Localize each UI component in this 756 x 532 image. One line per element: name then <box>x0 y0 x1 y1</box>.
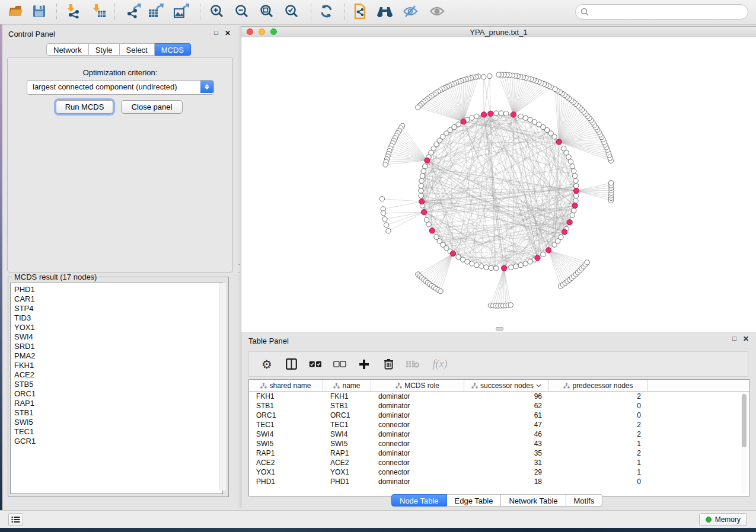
mcds-hub-node[interactable] <box>546 248 551 253</box>
mcds-result-item[interactable]: TID3 <box>14 313 222 323</box>
mcds-hub-node[interactable] <box>567 220 572 225</box>
import-table-button[interactable] <box>88 2 109 22</box>
mcds-hub-node[interactable] <box>572 203 578 208</box>
mcds-hub-node[interactable] <box>488 111 493 116</box>
node-table[interactable]: shared namenameMCDS rolesuccessor nodesp… <box>248 379 749 496</box>
import-network-button[interactable] <box>62 2 84 22</box>
export-image-button[interactable] <box>170 2 192 22</box>
deselect-all-button[interactable] <box>333 357 347 371</box>
float-table-panel-icon[interactable]: □ <box>732 335 736 342</box>
close-panel-icon[interactable]: ✕ <box>225 29 231 37</box>
function-builder-button[interactable]: f(x) <box>430 357 450 371</box>
delete-table-button[interactable] <box>406 357 420 371</box>
table-scrollbar[interactable] <box>741 393 747 493</box>
tab-network-table[interactable]: Network Table <box>501 494 566 507</box>
table-scrollbar-thumb[interactable] <box>742 394 747 447</box>
apply-layout-button[interactable] <box>315 2 337 22</box>
mcds-list-scrollbar[interactable] <box>219 283 226 491</box>
mcds-result-item[interactable]: PHD1 <box>14 285 222 294</box>
float-panel-icon[interactable]: □ <box>214 29 218 36</box>
mcds-hub-node[interactable] <box>461 119 466 124</box>
task-history-button[interactable] <box>8 513 23 526</box>
export-network-button[interactable] <box>122 2 143 22</box>
tab-node-table[interactable]: Node Table <box>391 494 447 507</box>
mcds-result-item[interactable]: GCR1 <box>14 437 222 446</box>
table-row[interactable]: FKH1FKH1dominator962 <box>249 392 749 401</box>
run-mcds-button[interactable]: Run MCDS <box>56 100 113 114</box>
network-search-field[interactable] <box>575 4 748 20</box>
mcds-hub-node[interactable] <box>573 188 579 193</box>
mcds-result-item[interactable]: ORC1 <box>14 389 222 399</box>
tab-select[interactable]: Select <box>120 43 155 56</box>
mcds-hub-node[interactable] <box>502 265 507 271</box>
zoom-fit-button[interactable] <box>256 2 277 22</box>
tab-edge-table[interactable]: Edge Table <box>447 494 502 507</box>
memory-button[interactable]: Memory <box>699 513 747 526</box>
add-row-button[interactable] <box>357 357 371 371</box>
network-window-titlebar[interactable]: YPA_prune.txt_1 <box>241 27 756 38</box>
hide-selected-button[interactable] <box>400 2 421 22</box>
mcds-result-item[interactable]: STP4 <box>14 304 222 313</box>
column-header-successor-nodes[interactable]: successor nodes <box>464 380 549 391</box>
mcds-hub-node[interactable] <box>511 112 516 117</box>
column-header-shared-name[interactable]: shared name <box>249 380 323 391</box>
mcds-hub-node[interactable] <box>419 199 425 204</box>
show-all-button[interactable] <box>426 2 448 22</box>
mcds-hub-node[interactable] <box>450 251 455 256</box>
search-network-button[interactable] <box>374 2 395 22</box>
mcds-hub-node[interactable] <box>556 139 562 145</box>
open-session-button[interactable] <box>5 2 26 22</box>
mcds-result-item[interactable]: SWI4 <box>14 332 222 342</box>
network-graph[interactable] <box>241 37 756 332</box>
mcds-result-item[interactable]: SRD1 <box>14 342 222 351</box>
export-table-button[interactable] <box>145 2 166 22</box>
tab-network[interactable]: Network <box>46 43 89 56</box>
table-row[interactable]: PHD1PHD1dominator180 <box>249 477 749 486</box>
column-header-predecessor-nodes[interactable]: predecessor nodes <box>549 380 648 391</box>
search-input[interactable] <box>589 7 748 17</box>
tab-style[interactable]: Style <box>89 43 120 56</box>
zoom-in-button[interactable] <box>206 2 228 22</box>
table-row[interactable]: SWI4SWI4dominator462 <box>249 430 749 439</box>
table-row[interactable]: STB1STB1dominator620 <box>249 401 749 411</box>
splitter-grip[interactable] <box>238 264 240 273</box>
mcds-result-list[interactable]: PHD1CAR1STP4TID3YOX1SWI4SRD1PMA2FKH1ACE2… <box>10 283 223 494</box>
save-session-button[interactable] <box>28 2 50 22</box>
mcds-hub-node[interactable] <box>562 229 567 235</box>
mcds-hub-node[interactable] <box>421 210 426 215</box>
tab-mcds[interactable]: MCDS <box>155 43 191 56</box>
mcds-result-item[interactable]: FKH1 <box>14 361 222 370</box>
mcds-result-item[interactable]: SWI5 <box>14 418 222 427</box>
horizontal-splitter-grip[interactable] <box>496 327 503 331</box>
close-panel-button[interactable]: Close panel <box>121 100 183 114</box>
mcds-hub-node[interactable] <box>535 255 540 261</box>
select-all-button[interactable] <box>308 357 323 371</box>
table-row[interactable]: RAP1RAP1dominator352 <box>249 448 749 458</box>
mcds-result-item[interactable]: CAR1 <box>14 294 222 304</box>
zoom-selected-button[interactable] <box>281 2 302 22</box>
mcds-hub-node[interactable] <box>429 228 435 233</box>
table-row[interactable]: SWI5SWI5connector431 <box>249 439 749 448</box>
mcds-result-item[interactable]: STB1 <box>14 408 222 418</box>
table-settings-button[interactable]: ⚙ <box>260 357 274 371</box>
table-row[interactable]: YOX1YOX1connector291 <box>249 467 749 477</box>
table-row[interactable]: ACE2ACE2connector311 <box>249 458 749 467</box>
mcds-result-item[interactable]: ACE2 <box>14 370 222 380</box>
mcds-hub-node[interactable] <box>481 112 486 117</box>
mcds-result-item[interactable]: TEC1 <box>14 427 222 437</box>
table-row[interactable]: TEC1TEC1connector472 <box>249 420 749 430</box>
mcds-result-item[interactable]: PMA2 <box>14 351 222 361</box>
column-header-MCDS-role[interactable]: MCDS role <box>371 380 464 391</box>
clone-network-button[interactable] <box>349 2 371 22</box>
mcds-result-item[interactable]: RAP1 <box>14 399 222 408</box>
network-canvas[interactable] <box>241 37 756 332</box>
criterion-dropdown[interactable]: largest connected component (undirected) <box>27 80 214 95</box>
mcds-result-item[interactable]: STB5 <box>14 380 222 389</box>
zoom-out-button[interactable] <box>231 2 253 22</box>
show-columns-button[interactable] <box>284 357 298 371</box>
mcds-result-item[interactable]: YOX1 <box>14 323 222 332</box>
delete-row-button[interactable] <box>381 357 395 371</box>
table-row[interactable]: ORC1ORC1dominator610 <box>249 411 749 420</box>
mcds-hub-node[interactable] <box>425 158 430 163</box>
column-header-name[interactable]: name <box>323 380 371 391</box>
